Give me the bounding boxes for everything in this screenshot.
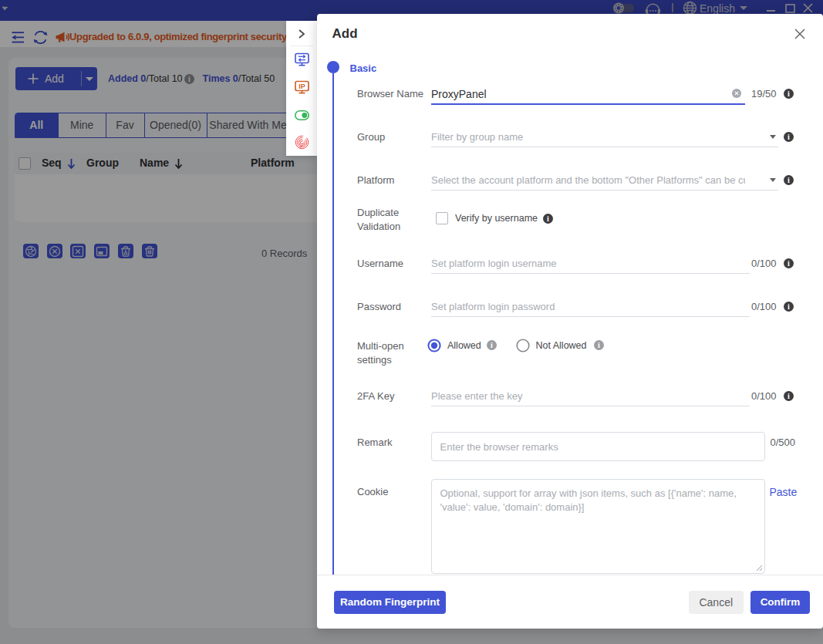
svg-text:i: i (788, 133, 790, 141)
svg-text:i: i (788, 392, 790, 400)
svg-text:i: i (491, 341, 493, 349)
svg-text:i: i (547, 214, 549, 223)
svg-text:i: i (788, 176, 790, 184)
svg-text:i: i (598, 341, 600, 349)
svg-text:i: i (788, 259, 790, 268)
svg-text:i: i (788, 302, 790, 311)
svg-text:i: i (788, 89, 790, 98)
svg-text:IP: IP (299, 83, 305, 90)
